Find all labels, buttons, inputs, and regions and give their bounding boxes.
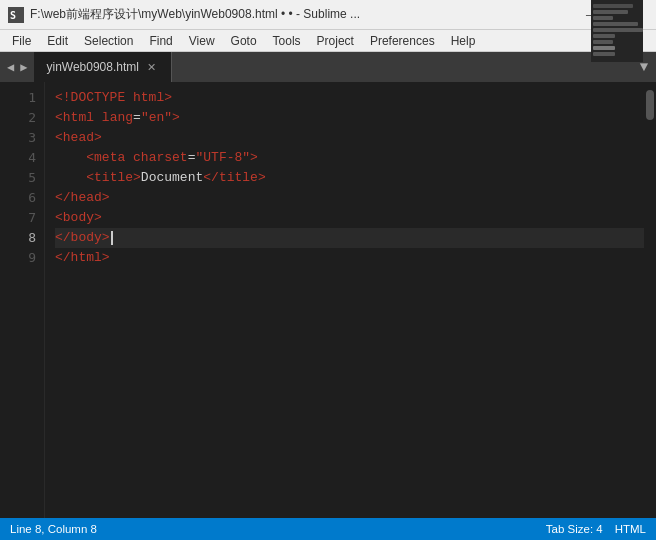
vertical-scrollbar[interactable] [644, 82, 656, 518]
menu-file[interactable]: File [4, 30, 39, 51]
menu-goto[interactable]: Goto [223, 30, 265, 51]
nav-back-arrow[interactable]: ◀ [4, 58, 17, 77]
code-line-6: </head> [55, 188, 644, 208]
line-num-8: 8 [0, 228, 36, 248]
line-num-9: 9 [0, 248, 36, 268]
status-left: Line 8, Column 8 [10, 523, 97, 535]
line-num-6: 6 [0, 188, 36, 208]
code-line-7: <body> [55, 208, 644, 228]
code-area[interactable]: <!DOCTYPE html> <html lang="en"> <head> … [45, 82, 644, 518]
tab-close-button[interactable]: ✕ [145, 60, 159, 74]
title-left: S F:\web前端程序设计\myWeb\yinWeb0908.html • •… [8, 6, 360, 23]
language-mode[interactable]: HTML [615, 523, 646, 535]
cursor-position: Line 8, Column 8 [10, 523, 97, 535]
line-num-5: 5 [0, 168, 36, 188]
code-line-3: <head> [55, 128, 644, 148]
title-bar: S F:\web前端程序设计\myWeb\yinWeb0908.html • •… [0, 0, 656, 30]
tab-nav-arrows: ◀ ▶ [0, 52, 34, 82]
svg-text:S: S [10, 10, 16, 21]
scrollbar-thumb[interactable] [646, 90, 654, 120]
status-bar: Line 8, Column 8 Tab Size: 4 HTML [0, 518, 656, 540]
menu-view[interactable]: View [181, 30, 223, 51]
menu-help[interactable]: Help [443, 30, 484, 51]
menu-selection[interactable]: Selection [76, 30, 141, 51]
line-num-1: 1 [0, 88, 36, 108]
menu-find[interactable]: Find [141, 30, 180, 51]
tab-bar: ◀ ▶ yinWeb0908.html ✕ ▼ [0, 52, 656, 82]
tab-label: yinWeb0908.html [46, 60, 139, 74]
code-line-2: <html lang="en"> [55, 108, 644, 128]
editor-container: 1 2 3 4 5 6 7 8 9 <!DOCTYPE html> <html … [0, 82, 656, 518]
window-title: F:\web前端程序设计\myWeb\yinWeb0908.html • • -… [30, 6, 360, 23]
status-right: Tab Size: 4 HTML [546, 523, 646, 535]
line-num-4: 4 [0, 148, 36, 168]
line-num-7: 7 [0, 208, 36, 228]
nav-forward-arrow[interactable]: ▶ [17, 58, 30, 77]
code-line-4: <meta charset="UTF-8"> [55, 148, 644, 168]
line-num-3: 3 [0, 128, 36, 148]
menu-tools[interactable]: Tools [265, 30, 309, 51]
code-line-9: </html> [55, 248, 644, 268]
menu-preferences[interactable]: Preferences [362, 30, 443, 51]
menu-edit[interactable]: Edit [39, 30, 76, 51]
menu-project[interactable]: Project [309, 30, 362, 51]
menu-bar: File Edit Selection Find View Goto Tools… [0, 30, 656, 52]
code-line-1: <!DOCTYPE html> [55, 88, 644, 108]
line-num-2: 2 [0, 108, 36, 128]
app-icon: S [8, 7, 24, 23]
code-line-8: </body> [55, 228, 644, 248]
tab-size[interactable]: Tab Size: 4 [546, 523, 603, 535]
line-numbers: 1 2 3 4 5 6 7 8 9 [0, 82, 45, 518]
tab-yinweb[interactable]: yinWeb0908.html ✕ [34, 52, 172, 82]
code-line-5: <title>Document</title> [55, 168, 644, 188]
